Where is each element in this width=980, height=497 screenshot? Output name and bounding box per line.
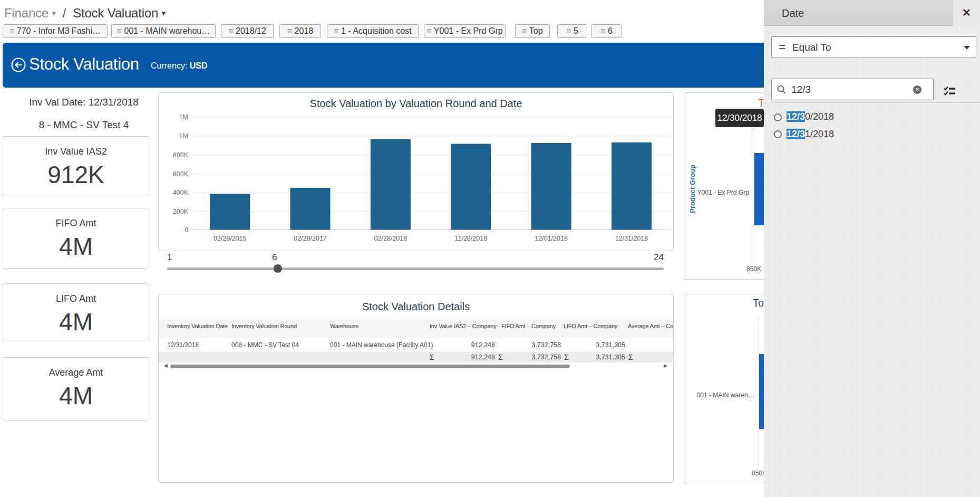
svg-text:02/28/2015: 02/28/2015 — [214, 235, 247, 242]
svg-text:1M: 1M — [179, 132, 188, 140]
svg-text:02/28/2017: 02/28/2017 — [294, 235, 327, 242]
svg-text:12/31/2018: 12/31/2018 — [615, 235, 648, 242]
svg-text:02/28/2018: 02/28/2018 — [374, 235, 407, 242]
svg-text:0: 0 — [185, 226, 188, 234]
svg-text:Stock Valuation by Valuation R: Stock Valuation by Valuation Round and D… — [310, 98, 522, 109]
svg-text:1M: 1M — [179, 113, 188, 121]
svg-text:800K: 800K — [173, 151, 189, 159]
svg-text:12/01/2018: 12/01/2018 — [535, 235, 568, 242]
svg-text:11/28/2018: 11/28/2018 — [454, 235, 487, 242]
svg-text:600K: 600K — [173, 170, 189, 178]
svg-text:400K: 400K — [173, 189, 189, 196]
svg-text:200K: 200K — [173, 208, 189, 215]
